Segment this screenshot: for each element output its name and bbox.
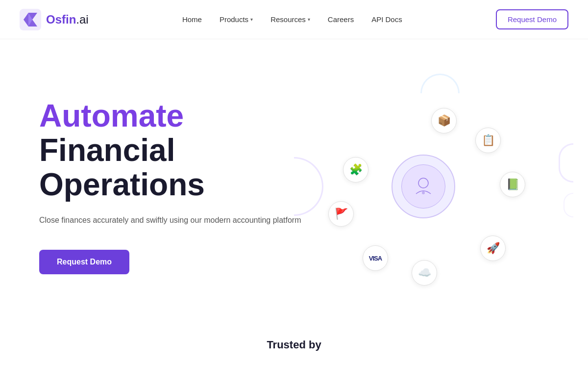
nav-links: Home Products ▾ Resources ▾ Careers API … xyxy=(182,15,402,24)
center-circle-inner xyxy=(401,164,445,209)
center-icon xyxy=(411,174,436,199)
orbit-icon-flag: 🚩 xyxy=(328,201,354,227)
orbit-icon-package: 📦 xyxy=(431,108,457,133)
orbit-icon-rocket: 🚀 xyxy=(480,236,506,261)
nav-api-docs[interactable]: API Docs xyxy=(371,15,402,24)
trusted-by-section: Trusted by xyxy=(0,324,588,351)
hero-subtitle: Close finances accurately and swiftly us… xyxy=(39,214,304,227)
hero-diagram: 📦 📋 🧩 📗 🚩 VISA 🚀 ☁️ xyxy=(304,69,568,304)
orbit-icon-salesforce: ☁️ xyxy=(412,260,437,286)
svg-point-2 xyxy=(422,191,425,194)
navbar: Osfin.ai Home Products ▾ Resources ▾ Car… xyxy=(0,0,588,39)
nav-request-demo-button[interactable]: Request Demo xyxy=(496,9,568,29)
nav-careers[interactable]: Careers xyxy=(328,15,354,24)
center-circle xyxy=(392,155,455,218)
deco-arc-right2 xyxy=(564,193,573,217)
hero-content: Automate Financial Operations Close fina… xyxy=(39,99,304,275)
logo[interactable]: Osfin.ai xyxy=(20,9,89,30)
svg-point-1 xyxy=(418,178,428,188)
hero-request-demo-button[interactable]: Request Demo xyxy=(39,250,129,274)
products-chevron-icon: ▾ xyxy=(250,17,253,22)
trusted-by-title: Trusted by xyxy=(20,339,568,351)
hero-section: Automate Financial Operations Close fina… xyxy=(0,39,588,324)
nav-products[interactable]: Products ▾ xyxy=(220,15,253,24)
deco-arc-right xyxy=(559,143,573,183)
nav-resources[interactable]: Resources ▾ xyxy=(270,15,310,24)
nav-home[interactable]: Home xyxy=(182,15,202,24)
hero-headline-main: Financial Operations xyxy=(39,133,304,202)
deco-arc-top xyxy=(420,74,460,93)
orbit-icon-visa: VISA xyxy=(363,245,388,271)
orbit-icon-puzzle: 🧩 xyxy=(343,157,368,183)
orbit-icon-excel: 📗 xyxy=(500,172,525,197)
logo-icon xyxy=(20,9,41,30)
orbit-icon-chart: 📋 xyxy=(475,128,501,153)
hero-headline-automate: Automate xyxy=(39,99,304,133)
logo-text: Osfin.ai xyxy=(46,13,89,26)
resources-chevron-icon: ▾ xyxy=(308,17,310,22)
